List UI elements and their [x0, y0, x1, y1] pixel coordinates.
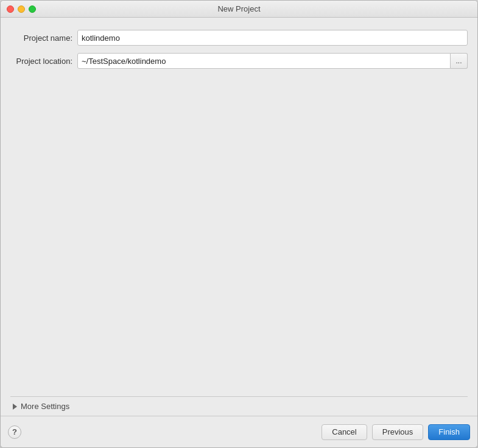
traffic-lights	[7, 5, 36, 13]
project-name-input[interactable]	[77, 30, 468, 46]
more-settings-triangle-icon	[13, 404, 17, 410]
cancel-button[interactable]: Cancel	[322, 424, 367, 440]
help-button[interactable]: ?	[8, 425, 21, 439]
more-settings-bar[interactable]: More Settings	[10, 396, 468, 416]
minimize-button[interactable]	[18, 5, 25, 13]
project-location-row: Project location: ...	[10, 53, 468, 69]
new-project-dialog: New Project Project name: Project locati…	[0, 0, 478, 448]
project-location-label: Project location:	[10, 57, 77, 66]
location-input-group: ...	[77, 53, 468, 69]
previous-button[interactable]: Previous	[372, 424, 424, 440]
maximize-button[interactable]	[29, 5, 36, 13]
window-title: New Project	[217, 4, 260, 13]
bottom-right-buttons: Cancel Previous Finish	[322, 424, 470, 440]
browse-button[interactable]: ...	[451, 53, 468, 69]
bottom-bar: ? Cancel Previous Finish	[1, 416, 477, 447]
project-name-row: Project name:	[10, 30, 468, 46]
project-location-input[interactable]	[77, 53, 451, 69]
project-name-label: Project name:	[10, 33, 77, 43]
more-settings-label: More Settings	[21, 402, 69, 411]
close-button[interactable]	[7, 5, 14, 13]
content-area: Project name: Project location: ... More…	[1, 18, 477, 416]
spacer	[10, 76, 468, 396]
title-bar: New Project	[1, 1, 477, 18]
finish-button[interactable]: Finish	[428, 424, 470, 440]
